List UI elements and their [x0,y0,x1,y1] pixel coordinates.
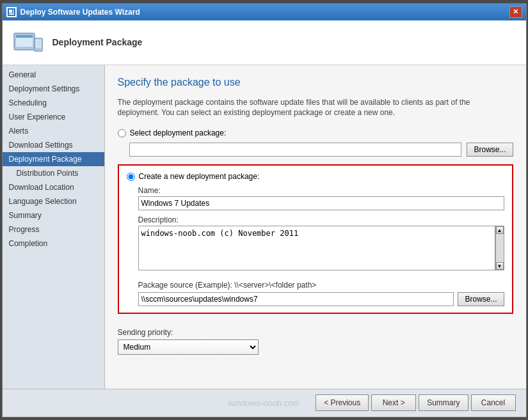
sidebar-item-progress[interactable]: Progress [3,222,104,237]
sending-priority-section: Sending priority: Low Medium High [118,328,513,355]
close-button[interactable]: ✕ [509,6,522,18]
sidebar-item-alerts[interactable]: Alerts [3,124,104,138]
description-scrollbar[interactable]: ▲ ▼ [495,226,504,270]
browse-source-button[interactable]: Browse... [458,292,504,306]
svg-rect-4 [9,13,14,15]
radio-new[interactable] [127,173,135,181]
window-title: Deploy Software Updates Wizard [20,8,509,17]
option-existing-label: Select deployment package: [130,128,227,137]
option-existing-row: Select deployment package: [118,128,513,137]
sidebar-item-download-settings[interactable]: Download Settings [3,138,104,152]
sidebar-item-deployment-settings[interactable]: Deployment Settings [3,82,104,96]
description-text: The deployment package contains the soft… [118,97,513,119]
sidebar-item-distribution-points[interactable]: Distribution Points [3,166,104,180]
source-label: Package source (Example): \\<server>\<fo… [138,281,504,290]
description-textarea[interactable] [138,226,495,270]
header-title: Deployment Package [52,37,143,47]
svg-rect-2 [13,10,14,11]
content-area: General Deployment Settings Scheduling U… [3,65,526,389]
svg-rect-1 [9,10,12,13]
watermark: windows-noob.com [228,398,300,408]
page-title: Specify the package to use [118,77,513,88]
sidebar-item-user-experience[interactable]: User Experience [3,110,104,124]
browse-existing-button[interactable]: Browse... [467,143,513,157]
sidebar-item-scheduling[interactable]: Scheduling [3,96,104,110]
source-row: Browse... [138,292,504,306]
existing-package-row: Browse... [118,143,513,157]
main-panel: Specify the package to use The deploymen… [105,65,526,389]
option-new-label: Create a new deployment package: [139,172,260,181]
existing-package-input[interactable] [129,143,462,157]
radio-existing[interactable] [118,129,126,137]
name-input[interactable] [138,196,504,210]
sending-priority-label: Sending priority: [118,328,513,337]
svg-rect-3 [13,12,14,13]
new-package-box: Create a new deployment package: Name: D… [118,164,513,314]
description-field-label: Description: [138,215,504,224]
scroll-up-btn[interactable]: ▲ [496,226,504,234]
next-button[interactable]: Next > [371,394,416,411]
previous-button[interactable]: < Previous [316,394,369,411]
sidebar-item-summary[interactable]: Summary [3,208,104,222]
sending-priority-select[interactable]: Low Medium High [118,339,259,355]
sidebar-item-general[interactable]: General [3,68,104,82]
window-icon [6,7,17,17]
option-new-row: Create a new deployment package: [127,172,504,181]
sidebar: General Deployment Settings Scheduling U… [3,65,105,389]
sidebar-item-deployment-package[interactable]: Deployment Package [3,152,104,166]
wizard-header: Deployment Package [3,20,526,65]
title-bar: Deploy Software Updates Wizard ✕ [3,4,526,20]
scroll-down-btn[interactable]: ▼ [496,262,504,270]
sidebar-item-download-location[interactable]: Download Location [3,180,104,194]
footer-bar: windows-noob.com < Previous Next > Summa… [3,389,526,417]
cancel-button[interactable]: Cancel [471,394,516,411]
summary-button[interactable]: Summary [419,394,468,411]
svg-rect-7 [16,35,33,38]
header-icon [13,27,44,58]
source-input[interactable] [138,292,454,306]
sidebar-item-language-selection[interactable]: Language Selection [3,194,104,208]
name-label: Name: [138,186,504,195]
sidebar-item-completion[interactable]: Completion [3,237,104,251]
